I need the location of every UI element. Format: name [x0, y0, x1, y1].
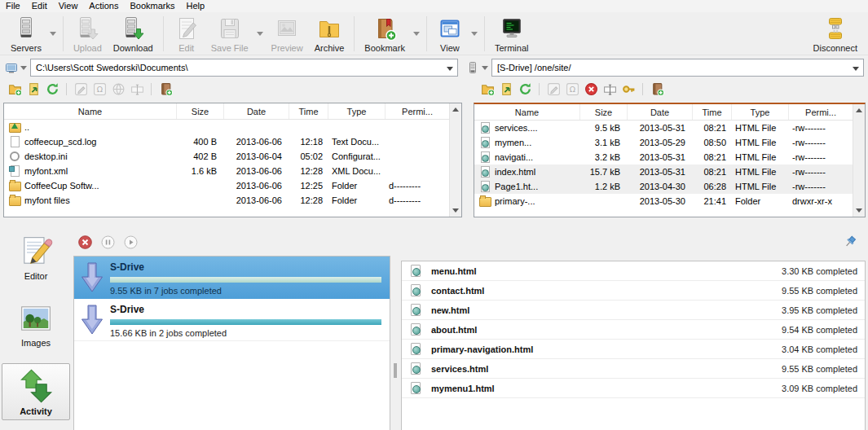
local-path-combobox[interactable]: C:\Users\Scott Swedorski\Documents\ [30, 59, 458, 77]
panel-splitter[interactable] [391, 261, 400, 430]
bookmark-dropdown-arrow[interactable] [411, 14, 422, 54]
table-row[interactable]: services.... 9.5 kB 2013-05-31 08:21 HTM… [474, 121, 853, 135]
column-header[interactable]: Size [580, 104, 628, 120]
table-row[interactable]: myfont files 2013-06-06 12:28 Folder d--… [4, 193, 449, 208]
column-header[interactable]: Permi... [789, 104, 853, 120]
rename-file-button-disabled[interactable] [73, 81, 89, 98]
menu-item[interactable]: View [55, 0, 86, 12]
table-row[interactable]: primary-... 2013-05-30 21:41 Folder drwx… [474, 194, 853, 208]
scrollbar[interactable] [853, 104, 865, 217]
refresh-button[interactable] [517, 81, 533, 98]
rename-inline-button[interactable] [601, 81, 618, 98]
table-row[interactable]: Page1.ht... 1.2 kB 2013-04-30 06:28 HTML… [474, 179, 853, 194]
download-button[interactable]: Download [108, 14, 159, 54]
table-row[interactable]: navigati... 3.2 kB 2013-05-31 08:21 HTML… [474, 150, 853, 165]
queue-item[interactable]: S-Drive 9.55 KB in 7 jobs completed [74, 257, 390, 299]
menu-item[interactable]: Bookmarks [126, 0, 182, 12]
scrollbar[interactable] [449, 103, 461, 217]
view-button[interactable]: View [431, 14, 469, 54]
scroll-down-button[interactable] [450, 204, 461, 217]
column-header[interactable]: Size [177, 103, 224, 119]
edit-button[interactable]: Edit [168, 14, 205, 54]
column-header[interactable]: Name [4, 103, 177, 119]
menu-item[interactable]: File [2, 0, 28, 12]
sidebar-item-editor[interactable]: Editor [0, 235, 72, 281]
scroll-down-button[interactable] [853, 204, 865, 217]
column-header[interactable]: Type [732, 104, 789, 120]
view-in-browser-button-disabled[interactable] [110, 81, 126, 98]
table-row[interactable]: coffeecup_scd.log 400 B 2013-06-06 12:18… [4, 134, 449, 149]
menu-item[interactable]: Edit [28, 0, 55, 12]
table-row[interactable]: .. [4, 120, 449, 134]
column-header[interactable]: Name [474, 104, 580, 120]
list-item[interactable]: contact.html 9.55 KB completed [402, 281, 865, 301]
chmod-button-disabled[interactable]: Ω [564, 81, 580, 98]
column-header[interactable]: Type [328, 103, 386, 119]
remote-drive-button[interactable] [465, 61, 491, 74]
table-row[interactable]: desktop.ini 402 B 2013-06-04 05:02 Confi… [4, 149, 449, 164]
queue-item[interactable]: S-Drive 15.66 KB in 2 jobs completed [74, 299, 390, 341]
local-column-headers[interactable]: NameSizeDateTimeTypePermi... [4, 103, 449, 120]
disconnect-button[interactable]: Disconnect [808, 14, 863, 54]
new-folder-button[interactable] [479, 81, 496, 98]
preview-button[interactable]: Preview [266, 14, 309, 54]
remote-path-combobox[interactable]: [S-Drive] /one/site/ [491, 59, 864, 77]
pause-transfer-button[interactable] [101, 235, 115, 249]
table-row[interactable]: index.html 15.7 kB 2013-05-31 08:21 HTML… [474, 165, 853, 179]
cancel-transfer-button[interactable] [78, 235, 92, 249]
table-row[interactable]: CoffeeCup Softw... 2013-06-06 12:25 Fold… [4, 178, 449, 193]
column-header[interactable]: Permi... [386, 103, 449, 119]
table-row[interactable]: myfont.xml 1.6 kB 2013-06-06 12:28 XML D… [4, 164, 449, 178]
column-header[interactable]: Time [693, 104, 732, 120]
pin-icon[interactable] [844, 235, 857, 248]
computer-icon [5, 61, 18, 74]
chmod-button-disabled[interactable]: Ω [91, 81, 108, 98]
remote-path-value: [S-Drive] /one/site/ [497, 63, 571, 72]
rename-file-button-disabled[interactable] [545, 81, 562, 98]
column-header[interactable]: Date [224, 103, 289, 119]
transfer-file-name: about.html [431, 325, 477, 335]
sidebar-item-images[interactable]: Images [0, 301, 72, 348]
save-file-button[interactable]: Save File [205, 14, 254, 54]
view-dropdown-arrow[interactable] [469, 14, 480, 54]
add-bookmark-button[interactable] [649, 81, 665, 98]
menu-item[interactable]: Actions [85, 0, 126, 12]
list-item[interactable]: new.html 3.95 KB completed [402, 301, 865, 320]
servers-button[interactable]: Servers [5, 14, 47, 54]
list-item[interactable]: menu.html 3.30 KB completed [402, 261, 865, 281]
scroll-up-button[interactable] [853, 104, 865, 116]
save-file-dropdown-arrow[interactable] [254, 14, 266, 54]
upload-button[interactable]: Upload [68, 14, 108, 54]
sidebar-item-activity[interactable]: Activity [2, 363, 70, 420]
list-item[interactable]: mymenu1.html 3.09 KB completed [402, 379, 865, 398]
add-bookmark-button[interactable] [157, 81, 174, 98]
list-item[interactable]: about.html 9.54 KB completed [402, 320, 865, 340]
go-to-folder-button[interactable] [498, 81, 514, 98]
queue-item-title: S-Drive [110, 261, 381, 273]
table-row[interactable]: mymen... 3.1 kB 2013-05-29 08:50 HTML Fi… [474, 135, 853, 150]
list-item[interactable]: primary-navigation.html 3.04 KB complete… [402, 340, 865, 359]
local-drive-dropdown-arrow[interactable] [20, 66, 27, 70]
remote-column-headers[interactable]: NameSizeDateTimeTypePermi... [474, 104, 853, 121]
archive-button[interactable]: Archive [309, 14, 350, 54]
resume-transfer-button[interactable] [124, 235, 138, 249]
transfer-status: 3.09 KB completed [782, 384, 857, 393]
remote-drive-dropdown-arrow[interactable] [482, 66, 488, 70]
rename-inline-button-disabled[interactable] [129, 81, 145, 98]
delete-button[interactable] [583, 81, 599, 98]
scroll-up-button[interactable] [450, 103, 461, 116]
local-drive-button[interactable] [4, 61, 30, 74]
column-header[interactable]: Time [289, 103, 328, 119]
permissions-key-button[interactable] [620, 81, 637, 98]
transfer-status: 3.30 KB completed [782, 266, 857, 276]
servers-dropdown-arrow[interactable] [47, 14, 59, 54]
menu-item[interactable]: Help [182, 0, 212, 12]
column-header[interactable]: Date [628, 104, 693, 120]
list-item[interactable]: services.html 9.55 KB completed [402, 359, 865, 379]
go-to-folder-button[interactable] [25, 81, 42, 98]
refresh-button[interactable] [44, 81, 60, 98]
archive-button-label: Archive [315, 43, 345, 53]
terminal-button[interactable]: Terminal [489, 14, 535, 54]
bookmark-button[interactable]: Bookmark [359, 14, 411, 54]
new-folder-button[interactable] [7, 81, 23, 98]
